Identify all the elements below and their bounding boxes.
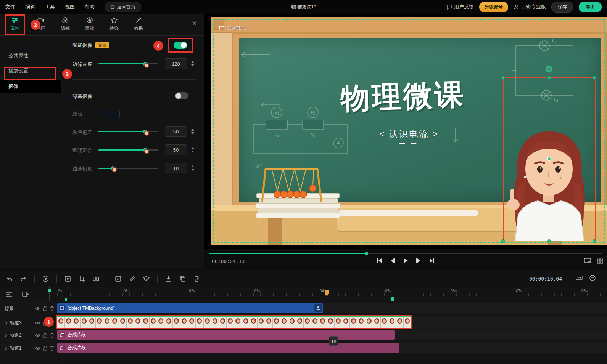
split-icon[interactable] bbox=[93, 276, 99, 282]
color-dev-value[interactable]: 50 bbox=[165, 126, 187, 137]
trash-icon[interactable] bbox=[50, 333, 54, 338]
play-button[interactable] bbox=[403, 258, 409, 264]
color-dev-spinner[interactable] bbox=[190, 126, 195, 137]
chroma-key-icon[interactable] bbox=[314, 304, 322, 312]
track-header-background[interactable]: 背景 bbox=[0, 303, 57, 313]
skip-start-button[interactable] bbox=[377, 258, 383, 264]
sidebar-item-keying[interactable]: 抠像 bbox=[0, 80, 61, 93]
filmstrip-thumbnail bbox=[304, 317, 311, 328]
eye-icon[interactable] bbox=[35, 333, 40, 337]
color-swatch[interactable] bbox=[100, 110, 120, 118]
selection-handle[interactable] bbox=[501, 76, 505, 79]
tab-animation[interactable]: 动画 bbox=[31, 16, 50, 32]
track-height-slider[interactable] bbox=[49, 286, 50, 303]
undo-icon[interactable] bbox=[6, 276, 13, 282]
trash-icon[interactable] bbox=[50, 346, 54, 351]
menu-file[interactable]: 文件 bbox=[5, 3, 15, 10]
alpha-blend-value[interactable]: 50 bbox=[165, 144, 187, 155]
camera-label[interactable]: 默认镜头 bbox=[219, 25, 245, 31]
edge-gray-slider[interactable] bbox=[98, 60, 158, 67]
background-clip[interactable]: [object TMBackground] bbox=[57, 303, 323, 313]
smart-key-toggle[interactable] bbox=[174, 42, 187, 49]
green-screen-toggle[interactable] bbox=[175, 92, 188, 99]
selection-handle[interactable] bbox=[501, 239, 505, 243]
edge-blur-value[interactable]: 10 bbox=[165, 163, 187, 173]
edge-gray-spinner[interactable] bbox=[190, 58, 195, 69]
edge-gray-value[interactable]: 128 bbox=[165, 58, 187, 69]
eye-icon[interactable] bbox=[35, 306, 40, 311]
home-button[interactable]: 返回首页 bbox=[105, 2, 141, 12]
transform-icon[interactable] bbox=[64, 276, 71, 282]
preview-scene[interactable]: V₁ V₂ R₁ R₂ A L₁ L₂ 物理微课 bbox=[211, 17, 607, 245]
export-button[interactable]: 导出 bbox=[579, 2, 602, 12]
color-dev-slider[interactable] bbox=[98, 128, 158, 135]
trash-icon[interactable] bbox=[50, 306, 54, 311]
fit-timeline-icon[interactable] bbox=[576, 275, 583, 281]
lock-icon[interactable] bbox=[43, 346, 47, 351]
chevron-right-icon[interactable] bbox=[5, 334, 8, 337]
alpha-blend-spinner[interactable] bbox=[190, 144, 195, 155]
alpha-blend-slider[interactable] bbox=[98, 146, 158, 153]
tab-effects[interactable]: 效果 bbox=[129, 16, 148, 32]
track3-filmstrip[interactable] bbox=[57, 316, 412, 329]
menu-tools[interactable]: 工具 bbox=[45, 3, 55, 10]
selection-handle[interactable] bbox=[547, 239, 551, 243]
edit-pen-icon[interactable] bbox=[129, 276, 135, 282]
sidebar-item-common[interactable]: 公共属性 bbox=[0, 50, 61, 62]
frame-back-button[interactable] bbox=[390, 258, 396, 264]
chevron-right-icon[interactable] bbox=[5, 346, 8, 350]
lock-icon[interactable] bbox=[43, 321, 47, 326]
menu-edit[interactable]: 编辑 bbox=[25, 3, 35, 10]
tab-filters[interactable]: 滤镜 bbox=[56, 16, 75, 32]
lock-icon[interactable] bbox=[43, 333, 47, 338]
edge-blur-spinner[interactable] bbox=[190, 163, 195, 173]
save-button[interactable]: 保存 bbox=[551, 2, 573, 13]
track2-composite-clip[interactable]: 合成片段 bbox=[57, 330, 395, 340]
close-icon[interactable] bbox=[192, 21, 197, 26]
feedback-button[interactable]: 用户反馈 bbox=[446, 3, 474, 10]
crop-icon[interactable] bbox=[79, 276, 85, 282]
edge-blur-slider[interactable] bbox=[98, 165, 158, 172]
record-keyframe-icon[interactable] bbox=[42, 276, 49, 282]
add-track-icon[interactable] bbox=[22, 291, 29, 297]
eye-icon[interactable] bbox=[35, 321, 40, 325]
track1-composite-clip[interactable]: 合成片段 bbox=[57, 343, 399, 353]
copy-icon[interactable] bbox=[179, 276, 186, 282]
skip-end-button[interactable] bbox=[428, 258, 435, 264]
progress-thumb[interactable] bbox=[365, 252, 368, 255]
track-header-track2[interactable]: 轨道2 bbox=[0, 330, 57, 340]
center-handle[interactable] bbox=[547, 157, 551, 161]
menu-help[interactable]: 帮助 bbox=[85, 3, 95, 10]
account-button[interactable]: 万彩专业版 bbox=[514, 3, 546, 10]
redo-icon[interactable] bbox=[20, 276, 27, 282]
trash-icon[interactable] bbox=[50, 321, 54, 326]
eye-icon[interactable] bbox=[35, 346, 40, 350]
lock-icon[interactable] bbox=[43, 306, 47, 311]
track-header-track3[interactable]: 轨道3 bbox=[0, 316, 57, 329]
alpha-blend-label: 透明混合 bbox=[72, 147, 92, 154]
layers-icon[interactable] bbox=[143, 276, 150, 282]
menu-view[interactable]: 视图 bbox=[65, 3, 75, 10]
selection-handle[interactable] bbox=[547, 76, 551, 79]
select-clip-icon[interactable] bbox=[115, 276, 121, 282]
chevron-right-icon[interactable] bbox=[5, 321, 8, 325]
frame-forward-button[interactable] bbox=[415, 258, 422, 264]
tab-properties[interactable]: 属性 bbox=[5, 16, 24, 32]
zoom-out-icon[interactable] bbox=[589, 275, 596, 281]
filmstrip-thumbnail bbox=[165, 317, 173, 328]
filmstrip-thumbnail bbox=[111, 317, 119, 328]
sidebar-item-playback[interactable]: 播放设置 bbox=[0, 65, 61, 77]
track-manager-icon[interactable] bbox=[5, 291, 12, 297]
selection-handle[interactable] bbox=[593, 239, 596, 243]
upgrade-button[interactable]: 升级账号 bbox=[479, 2, 508, 12]
delete-icon[interactable] bbox=[193, 276, 200, 282]
tab-mask[interactable]: 蒙版 bbox=[80, 16, 99, 32]
tab-decoration[interactable]: 装饰 bbox=[105, 16, 124, 32]
track-header-track1[interactable]: 轨道1 bbox=[0, 343, 57, 353]
selection-handle[interactable] bbox=[593, 76, 596, 79]
rotate-handle[interactable] bbox=[546, 66, 552, 72]
screenshot-icon[interactable] bbox=[584, 258, 591, 264]
grid-view-icon[interactable] bbox=[597, 258, 603, 264]
export-clip-icon[interactable] bbox=[165, 276, 172, 282]
preview-progress-bar[interactable] bbox=[209, 253, 602, 254]
